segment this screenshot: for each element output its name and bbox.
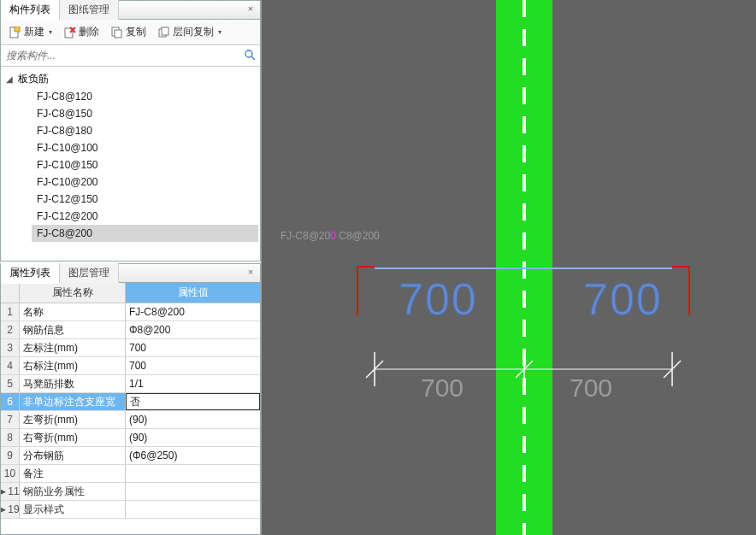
tab-property-list[interactable]: 属性列表 <box>1 263 60 284</box>
tree-parent[interactable]: ◢ 板负筋 <box>3 70 258 88</box>
layer-copy-icon <box>158 26 170 38</box>
property-name: 左弯折(mm) <box>20 411 126 428</box>
table-row[interactable]: 7左弯折(mm)(90) <box>1 411 260 429</box>
property-name: 右标注(mm) <box>20 357 126 374</box>
grid-header: 属性名称 属性值 <box>1 283 260 303</box>
drawing-canvas: FJ-C8@200 C8@200 700 700 700 700 <box>262 0 756 535</box>
search-icon[interactable] <box>243 49 257 63</box>
chevron-down-icon: ▾ <box>218 28 221 36</box>
col-header-name[interactable]: 属性名称 <box>20 283 126 303</box>
table-row[interactable]: 1名称FJ-C8@200 <box>1 303 260 321</box>
layer-copy-button[interactable]: 层间复制 ▾ <box>155 23 225 41</box>
tree-item[interactable]: FJ-C10@150 <box>32 156 258 173</box>
row-number: ▶19 <box>1 501 20 518</box>
tree-item[interactable]: FJ-C8@150 <box>32 105 258 122</box>
property-value[interactable] <box>126 483 260 500</box>
property-name: 钢筋信息 <box>20 321 126 338</box>
table-row[interactable]: 2钢筋信息Φ8@200 <box>1 321 260 339</box>
tree-item[interactable]: FJ-C8@200 <box>32 225 258 242</box>
search-input[interactable] <box>4 47 243 64</box>
tree-item[interactable]: FJ-C10@200 <box>32 173 258 191</box>
property-name: 分布钢筋 <box>20 447 126 464</box>
property-value[interactable]: (90) <box>126 411 260 428</box>
row-number: 4 <box>1 357 20 374</box>
table-row[interactable]: 6非单边标注含支座宽否 <box>1 393 260 411</box>
tab-component-list[interactable]: 构件列表 <box>1 0 60 21</box>
rebar-hook-left <box>357 267 375 315</box>
new-icon <box>9 26 21 38</box>
layer-copy-label: 层间复制 <box>173 25 214 39</box>
copy-icon <box>111 26 123 38</box>
tree-item[interactable]: FJ-C10@100 <box>32 139 258 156</box>
table-row[interactable]: ▶19显示样式 <box>1 501 260 519</box>
col-header-value[interactable]: 属性值 <box>126 283 260 303</box>
property-value[interactable]: (Φ6@250) <box>126 447 260 464</box>
tree-item[interactable]: FJ-C8@180 <box>32 122 258 139</box>
row-number: 1 <box>1 303 20 320</box>
svg-rect-8 <box>162 27 168 35</box>
copy-label: 复制 <box>126 25 146 39</box>
span-left-value: 700 <box>399 274 478 324</box>
property-name: 名称 <box>20 303 126 320</box>
table-row[interactable]: 9分布钢筋(Φ6@250) <box>1 447 260 465</box>
property-value[interactable]: 1/1 <box>126 375 260 392</box>
property-value[interactable]: 否 <box>126 393 260 410</box>
tree-item[interactable]: FJ-C8@120 <box>32 88 258 105</box>
dimension-left: 700 <box>421 373 464 402</box>
element-label: FJ-C8@200 C8@200 <box>281 230 380 242</box>
tree-item[interactable]: FJ-C12@200 <box>32 208 258 225</box>
row-number: 7 <box>1 411 20 428</box>
close-icon[interactable]: × <box>245 266 257 278</box>
component-tree: ◢ 板负筋 FJ-C8@120FJ-C8@150FJ-C8@180FJ-C10@… <box>1 67 260 261</box>
tree-parent-label: 板负筋 <box>18 72 49 86</box>
table-row[interactable]: ▶11钢筋业务属性 <box>1 483 260 501</box>
component-list-panel: 构件列表 图纸管理 × 新建 ▾ 删除 <box>0 0 261 262</box>
property-value[interactable] <box>126 501 260 518</box>
delete-label: 删除 <box>79 25 99 39</box>
row-number: 3 <box>1 339 20 356</box>
rebar-hook-right <box>672 267 689 315</box>
tree-item[interactable]: FJ-C12@150 <box>32 191 258 208</box>
row-number: 8 <box>1 429 20 446</box>
property-name: 备注 <box>20 465 126 482</box>
chevron-down-icon: ▾ <box>49 28 52 36</box>
table-row[interactable]: 4右标注(mm)700 <box>1 357 260 375</box>
property-name: 非单边标注含支座宽 <box>20 393 126 410</box>
table-row[interactable]: 8右弯折(mm)(90) <box>1 429 260 447</box>
property-name: 右弯折(mm) <box>20 429 126 446</box>
property-value[interactable]: (90) <box>126 429 260 446</box>
left-panel: 构件列表 图纸管理 × 新建 ▾ 删除 <box>0 0 262 535</box>
new-button[interactable]: 新建 ▾ <box>6 23 56 41</box>
row-number: 9 <box>1 447 20 464</box>
row-number: 10 <box>1 465 20 482</box>
close-icon[interactable]: × <box>245 3 257 15</box>
span-right-value: 700 <box>583 274 663 324</box>
property-name: 左标注(mm) <box>20 339 126 356</box>
tab-layer-manage[interactable]: 图层管理 <box>60 263 119 283</box>
property-panel: 属性列表 图层管理 × 属性名称 属性值 1名称FJ-C8@2002钢筋信息Φ8… <box>0 263 261 535</box>
property-value[interactable] <box>126 465 260 482</box>
property-name: 钢筋业务属性 <box>20 483 126 500</box>
svg-point-9 <box>245 50 252 57</box>
copy-button[interactable]: 复制 <box>108 23 150 41</box>
caret-down-icon: ◢ <box>6 74 15 84</box>
cad-viewport[interactable]: FJ-C8@200 C8@200 700 700 700 700 <box>262 0 756 535</box>
table-row[interactable]: 3左标注(mm)700 <box>1 339 260 357</box>
property-value[interactable]: Φ8@200 <box>126 321 260 338</box>
delete-button[interactable]: 删除 <box>61 23 103 41</box>
row-number: 6 <box>1 393 20 410</box>
grid-body: 1名称FJ-C8@2002钢筋信息Φ8@2003左标注(mm)7004右标注(m… <box>1 303 260 534</box>
property-value[interactable]: 700 <box>126 339 260 356</box>
property-value[interactable]: FJ-C8@200 <box>126 303 260 320</box>
new-label: 新建 <box>24 25 44 39</box>
table-row[interactable]: 10备注 <box>1 465 260 483</box>
delete-icon <box>64 26 76 38</box>
row-number: 5 <box>1 375 20 392</box>
search-row <box>1 45 260 67</box>
svg-rect-1 <box>15 26 20 32</box>
svg-line-10 <box>251 56 255 60</box>
tab-drawing-manage[interactable]: 图纸管理 <box>60 0 119 20</box>
table-row[interactable]: 5马凳筋排数1/1 <box>1 375 260 393</box>
property-value[interactable]: 700 <box>126 357 260 374</box>
property-tab-bar: 属性列表 图层管理 × <box>1 264 260 283</box>
